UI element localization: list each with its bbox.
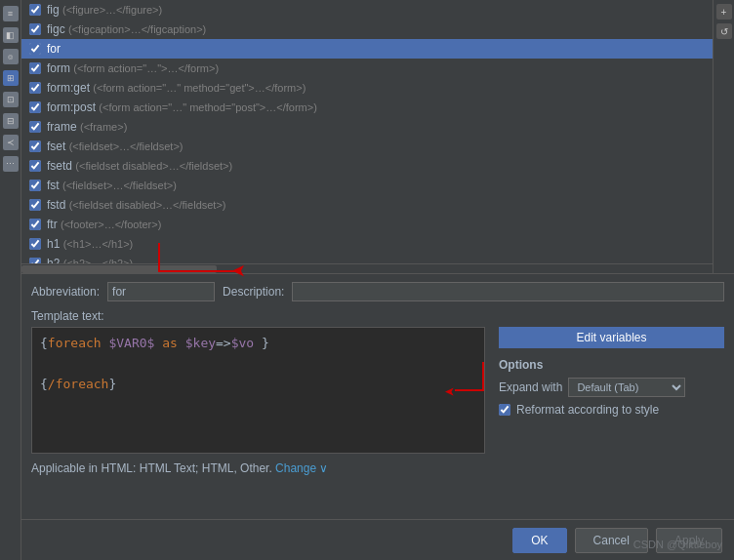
undo-button[interactable]: ↺: [716, 23, 732, 39]
item-checkbox-ftr[interactable]: [29, 219, 41, 230]
item-checkbox-h1[interactable]: [29, 238, 41, 250]
reformat-label: Reformat according to style: [516, 403, 659, 417]
abbreviation-list[interactable]: fig (<figure>…</figure>) figc (<figcapti…: [21, 0, 713, 273]
edit-variables-button[interactable]: Edit variables: [499, 327, 724, 348]
description-label: Description:: [223, 285, 284, 299]
expand-with-row: Expand with Default (Tab) Tab Enter Spac…: [499, 378, 724, 397]
item-checkbox-fst[interactable]: [29, 180, 41, 191]
sidebar-icon-3[interactable]: ⌾: [3, 49, 19, 64]
template-text-label: Template text:: [31, 309, 724, 323]
abbreviation-row: Abbreviation: ➤ Description:: [31, 282, 724, 301]
item-checkbox-form-get[interactable]: [29, 82, 41, 94]
list-area: fig (<figure>…</figure>) figc (<figcapti…: [21, 0, 734, 273]
list-item[interactable]: h1 (<h1>…</h1>): [21, 234, 713, 254]
watermark: CSDN @Qlittleboy: [633, 539, 722, 550]
sidebar-icon-4[interactable]: ⊞: [3, 70, 19, 86]
expand-with-label: Expand with: [499, 380, 562, 394]
main-panel: fig (<figure>…</figure>) figc (<figcapti…: [21, 0, 734, 560]
list-item[interactable]: fst (<fieldset>…</fieldset>): [21, 176, 713, 195]
dialog-footer: OK Cancel Apply: [21, 519, 734, 560]
horizontal-scrollbar[interactable]: [21, 263, 713, 273]
list-item[interactable]: form:post (<form action="…" method="post…: [21, 98, 713, 117]
list-item[interactable]: figc (<figcaption>…</figcaption>): [21, 20, 713, 39]
list-item[interactable]: ftr (<footer>…</footer>): [21, 215, 713, 234]
list-item-selected[interactable]: for: [21, 39, 713, 59]
options-title: Options: [499, 358, 724, 372]
item-checkbox-frame[interactable]: [29, 121, 41, 133]
sidebar-icon-5[interactable]: ⊡: [3, 92, 19, 107]
sidebar-icon-6[interactable]: ⊟: [3, 113, 19, 129]
list-item[interactable]: form:get (<form action="…" method="get">…: [21, 78, 713, 98]
options-panel: Edit variables Options Expand with Defau…: [493, 327, 724, 454]
applicable-row: Applicable in HTML: HTML Text; HTML, Oth…: [31, 461, 724, 475]
reformat-checkbox[interactable]: [499, 404, 510, 416]
item-checkbox-figc[interactable]: [29, 23, 41, 35]
list-item[interactable]: fstd (<fieldset disabled>…</fieldset>): [21, 195, 713, 215]
list-item[interactable]: fsetd (<fieldset disabled>…</fieldset>): [21, 156, 713, 176]
sidebar-icon-7[interactable]: ≺: [3, 135, 19, 150]
code-line-3: {/foreach}: [40, 375, 476, 395]
add-button[interactable]: +: [716, 4, 732, 20]
sidebar-icon-2[interactable]: ◧: [3, 27, 19, 43]
reformat-row: Reformat according to style: [499, 403, 724, 417]
change-link[interactable]: Change ∨: [275, 461, 328, 475]
sidebar-icon-8[interactable]: ⋯: [3, 156, 19, 172]
template-split: {foreach $VAR0$ as $key=>$vo } {/foreach…: [31, 327, 724, 454]
list-item[interactable]: fset (<fieldset>…</fieldset>): [21, 137, 713, 156]
item-checkbox-fstd[interactable]: [29, 199, 41, 211]
item-checkbox-fig[interactable]: [29, 4, 41, 16]
sidebar: ≡ ◧ ⌾ ⊞ ⊡ ⊟ ≺ ⋯: [0, 0, 21, 560]
list-right-buttons: + ↺: [713, 0, 734, 273]
scrollbar-thumb[interactable]: [21, 265, 217, 273]
item-checkbox-form-post[interactable]: [29, 101, 41, 113]
applicable-text: Applicable in HTML: HTML Text; HTML, Oth…: [31, 461, 272, 475]
expand-with-select[interactable]: Default (Tab) Tab Enter Space: [568, 378, 685, 397]
code-line-2: [40, 354, 476, 375]
template-editor[interactable]: {foreach $VAR0$ as $key=>$vo } {/foreach…: [31, 327, 485, 454]
code-line-1: {foreach $VAR0$ as $key=>$vo }: [40, 334, 476, 354]
description-input[interactable]: [292, 282, 724, 301]
sidebar-icon-1[interactable]: ≡: [3, 6, 19, 21]
list-item[interactable]: form (<form action="…">…</form>): [21, 59, 713, 78]
item-checkbox-for[interactable]: [29, 43, 41, 55]
abbreviation-label: Abbreviation:: [31, 285, 100, 299]
list-item[interactable]: fig (<figure>…</figure>): [21, 0, 713, 20]
item-checkbox-fsetd[interactable]: [29, 160, 41, 172]
list-item[interactable]: frame (<frame>): [21, 117, 713, 137]
abbreviation-input[interactable]: [107, 282, 215, 301]
ok-button[interactable]: OK: [512, 528, 566, 553]
bottom-panel: Abbreviation: ➤ Description: Template te…: [21, 273, 734, 560]
item-checkbox-form[interactable]: [29, 62, 41, 74]
item-checkbox-fset[interactable]: [29, 140, 41, 152]
